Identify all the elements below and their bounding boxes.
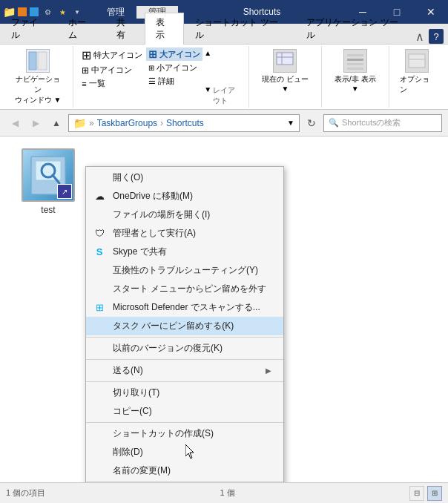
current-view-button[interactable]: 現在の ビュー▼ <box>255 47 315 94</box>
help-icon[interactable]: ? <box>429 29 444 44</box>
ctx-skype[interactable]: S Skype で共有 <box>86 243 283 261</box>
medium-icon-btn[interactable]: ⊞ 中アイコン <box>79 64 145 76</box>
search-bar[interactable]: 🔍 Shortcutsの検索 <box>323 114 442 132</box>
list-label: 一覧 <box>89 78 105 89</box>
ribbon-body: ナビゲーションウィンドウ ▼ ペイン ⊞ 特大アイコン ⊞ 中アイコン ≡ 一覧 <box>0 45 448 110</box>
statusbar-view-controls: ⊟ ⊞ <box>409 486 442 501</box>
chevron-up-icon: ∧ <box>415 30 424 44</box>
ctx-sep5 <box>86 481 283 482</box>
tab-shortcut-tools[interactable]: ショートカット ツール <box>184 13 295 45</box>
showhide-button[interactable]: 表示/非 表示▼ <box>328 47 383 94</box>
scroll-down-icon[interactable]: ▼ <box>204 85 211 93</box>
options-label: オプション <box>400 74 435 95</box>
current-view-icon <box>273 49 297 73</box>
scroll-up-icon[interactable]: ▲ <box>204 49 211 57</box>
ctx-send-to[interactable]: 送る(N) ▶ <box>86 361 283 380</box>
search-icon: 🔍 <box>329 118 339 128</box>
addressbar-shortcuts[interactable]: Shortcuts <box>166 118 204 128</box>
extra-large-icon-btn[interactable]: ⊞ 特大アイコン <box>79 47 145 63</box>
svg-rect-7 <box>347 63 363 65</box>
svg-rect-2 <box>277 53 293 65</box>
medium-icon: ⊞ <box>82 65 89 76</box>
tab-share[interactable]: 共有 <box>105 13 145 45</box>
ctx-skype-label: Skype で共有 <box>113 246 167 258</box>
addressbar-separator: › <box>160 118 163 128</box>
tab-app-tools[interactable]: アプリケーション ツール <box>295 13 415 45</box>
close-button[interactable]: ✕ <box>414 0 448 24</box>
ctx-unpin-start[interactable]: スタート メニューからピン留めを外す <box>86 280 283 298</box>
ctx-cut[interactable]: 切り取り(T) <box>86 384 283 402</box>
svg-rect-1 <box>38 52 47 70</box>
ribbon-group-current-view: 現在の ビュー▼ <box>249 46 322 108</box>
back-button[interactable]: ◀ <box>6 114 24 132</box>
ctx-onedrive[interactable]: ☁ OneDrive に移動(M) <box>86 187 283 206</box>
tab-home[interactable]: ホーム <box>57 13 105 45</box>
window: 📁 ⚙ ★ ▼ 管理 管理 Shortcuts ─ □ ✕ ファイル ホーム 共… <box>0 0 448 503</box>
svg-rect-0 <box>29 52 36 70</box>
ctx-pin-taskbar[interactable]: タスク バーにピン留めする(K) <box>86 317 283 335</box>
ctx-delete-label: 削除(D) <box>113 446 143 458</box>
ribbon-tabs: ファイル ホーム 共有 表示 ショートカット ツール アプリケーション ツール … <box>0 24 448 45</box>
ctx-open-location[interactable]: ファイルの場所を開く(I) <box>86 206 283 224</box>
double-chevron-icon: » <box>89 118 94 128</box>
file-icon: ↗ <box>22 148 75 202</box>
addressbar-taskbargroups[interactable]: TaskbarGroups <box>97 118 157 128</box>
ctx-sep4 <box>86 422 283 423</box>
details-view-btn[interactable]: ⊟ <box>409 486 424 501</box>
ctx-open[interactable]: 開く(O) <box>86 168 283 187</box>
statusbar-items-count: 1 個の項目 <box>6 487 45 499</box>
list-btn[interactable]: ≡ 一覧 <box>79 77 145 90</box>
ctx-defender-label: Microsoft Defender でスキャンする... <box>113 301 260 314</box>
forward-button[interactable]: ▶ <box>27 114 45 132</box>
ctx-run-as-admin[interactable]: 🛡 管理者として実行(A) <box>86 224 283 243</box>
addressbar[interactable]: 📁 » TaskbarGroups › Shortcuts ▼ <box>68 114 300 132</box>
search-placeholder: Shortcutsの検索 <box>342 117 401 128</box>
file-item-test[interactable]: ↗ test <box>15 148 82 215</box>
large-icon-view-btn[interactable]: ⊞ <box>427 486 442 501</box>
ctx-delete[interactable]: 削除(D) <box>86 443 283 461</box>
main-content: ↗ test 開く(O) ☁ OneDrive に移動(M) ファイルの場所を開… <box>0 137 448 482</box>
layout-arrows: ▲ ▼ <box>204 49 211 93</box>
ctx-create-shortcut[interactable]: ショートカットの作成(S) <box>86 424 283 443</box>
ctx-restore-label: 以前のバージョンの復元(K) <box>113 342 223 355</box>
svg-rect-6 <box>347 59 363 61</box>
ctx-run-as-admin-label: 管理者として実行(A) <box>113 227 196 240</box>
context-menu: 開く(O) ☁ OneDrive に移動(M) ファイルの場所を開く(I) 🛡 … <box>85 166 284 482</box>
ctx-sep2 <box>86 359 283 360</box>
details-btn[interactable]: ☰ 詳細 <box>146 75 202 88</box>
ctx-open-label: 開く(O) <box>113 171 143 184</box>
ctx-copy[interactable]: コピー(C) <box>86 402 283 421</box>
help-area: ∧ ? <box>415 29 448 44</box>
ctx-skype-icon: S <box>92 245 107 260</box>
ribbon-group-showhide: 表示/非 表示▼ <box>322 46 389 108</box>
refresh-button[interactable]: ↻ <box>303 114 320 132</box>
layout-col2: ⊞ 大アイコン ⊞ 小アイコン ☰ 詳細 <box>146 47 202 88</box>
ctx-pin-taskbar-label: タスク バーにピン留めする(K) <box>113 320 234 332</box>
large-icon-btn[interactable]: ⊞ 大アイコン <box>146 47 202 61</box>
ctx-rename[interactable]: 名前の変更(M) <box>86 461 283 480</box>
addressbar-area: ◀ ▶ ▲ 📁 » TaskbarGroups › Shortcuts ▼ ↻ … <box>0 110 448 137</box>
ctx-rename-label: 名前の変更(M) <box>113 464 171 477</box>
small-icon: ⊞ <box>148 64 154 72</box>
ctx-restore[interactable]: 以前のバージョンの復元(K) <box>86 339 283 358</box>
ctx-compat[interactable]: 互換性のトラブルシューティング(Y) <box>86 261 283 280</box>
up-button[interactable]: ▲ <box>47 114 65 132</box>
addressbar-folder-icon: 📁 <box>73 117 86 129</box>
current-view-label: 現在の ビュー▼ <box>260 74 311 93</box>
ctx-onedrive-icon: ☁ <box>92 189 107 204</box>
addressbar-dropdown-icon[interactable]: ▼ <box>287 119 294 127</box>
large-icon: ⊞ <box>148 48 157 60</box>
extra-large-icon: ⊞ <box>82 48 91 62</box>
tab-file[interactable]: ファイル <box>0 13 57 45</box>
ctx-unpin-start-label: スタート メニューからピン留めを外す <box>113 283 266 295</box>
small-icon-btn[interactable]: ⊞ 小アイコン <box>146 62 202 74</box>
options-button[interactable]: オプション <box>395 47 439 96</box>
tab-view[interactable]: 表示 <box>145 13 184 45</box>
ctx-send-to-arrow: ▶ <box>266 366 271 375</box>
navigation-pane-button[interactable]: ナビゲーションウィンドウ ▼ <box>9 47 67 107</box>
small-label: 小アイコン <box>157 62 197 73</box>
showhide-icon <box>343 49 367 73</box>
svg-rect-8 <box>347 68 363 70</box>
ctx-defender[interactable]: ⊞ Microsoft Defender でスキャンする... <box>86 298 283 317</box>
ctx-open-location-label: ファイルの場所を開く(I) <box>113 208 210 221</box>
